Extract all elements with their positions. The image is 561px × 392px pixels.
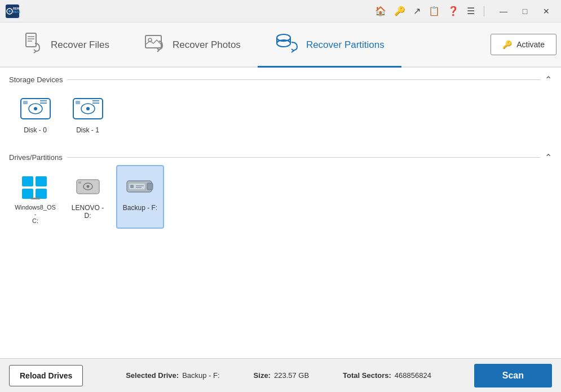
svg-rect-25 bbox=[76, 101, 80, 104]
home-icon[interactable]: 🏠 bbox=[375, 6, 386, 16]
selected-drive-field: Selected Drive: Backup - F: bbox=[126, 371, 219, 380]
activate-button[interactable]: 🔑 Activate bbox=[491, 34, 556, 55]
tab-recover-files-label: Recover Files bbox=[51, 39, 109, 51]
maximize-button[interactable]: □ bbox=[515, 3, 535, 19]
storage-devices-label: Storage Devices bbox=[9, 75, 67, 84]
share-icon[interactable]: ↗ bbox=[413, 6, 421, 16]
svg-rect-19 bbox=[23, 101, 28, 104]
svg-rect-29 bbox=[36, 176, 47, 186]
size-label: Size: bbox=[254, 371, 271, 380]
close-button[interactable]: ✕ bbox=[536, 3, 556, 19]
recover-partitions-icon bbox=[275, 31, 299, 59]
svg-point-3 bbox=[8, 10, 11, 12]
selected-drive-value: Backup - F: bbox=[182, 371, 219, 380]
svg-rect-40 bbox=[130, 185, 134, 188]
tab-recover-photos-label: Recover Photos bbox=[173, 39, 241, 51]
tab-bar: Recover Files Recover Photos bbox=[0, 23, 561, 68]
status-info: Selected Drive: Backup - F: Size: 223.57… bbox=[83, 371, 474, 380]
svg-rect-30 bbox=[22, 189, 33, 199]
scan-label: Scan bbox=[502, 371, 524, 380]
app-logo-area: REMO RECOVER bbox=[5, 3, 20, 19]
titlebar-icons: 🏠 🔑 ↗ 📋 ❓ ☰ — □ ✕ bbox=[375, 3, 556, 19]
recover-photos-icon bbox=[143, 31, 166, 59]
svg-rect-31 bbox=[36, 189, 47, 199]
svg-text:RECOVER: RECOVER bbox=[13, 10, 20, 14]
activate-label: Activate bbox=[516, 40, 545, 49]
tab-recover-partitions[interactable]: Recover Partitions bbox=[258, 24, 401, 68]
tab-recover-partitions-label: Recover Partitions bbox=[306, 39, 385, 51]
disk-0-item[interactable]: Disk - 0 bbox=[11, 87, 59, 139]
help-icon[interactable]: ❓ bbox=[448, 6, 459, 16]
disk-1-item[interactable]: Disk - 1 bbox=[64, 87, 112, 139]
drives-partitions-chevron[interactable]: ⌃ bbox=[545, 152, 552, 163]
bookmark-icon[interactable]: 📋 bbox=[429, 6, 440, 16]
app-logo: REMO RECOVER bbox=[5, 3, 20, 19]
disk-1-icon bbox=[71, 93, 105, 124]
size-value: 223.57 GB bbox=[274, 371, 309, 380]
svg-point-35 bbox=[86, 185, 89, 188]
svg-rect-41 bbox=[136, 185, 144, 186]
lenovo-drive-icon bbox=[71, 171, 105, 202]
drives-partitions-header: Drives/Partitions ⌃ bbox=[9, 152, 552, 163]
drives-partitions-row: Windows8_OS - C: LENOVO - D: bbox=[9, 163, 552, 235]
total-sectors-label: Total Sectors: bbox=[343, 371, 391, 380]
disk-1-label: Disk - 1 bbox=[76, 126, 99, 134]
lenovo-drive-item[interactable]: LENOVO - D: bbox=[64, 165, 112, 229]
svg-rect-42 bbox=[136, 187, 142, 188]
scan-button[interactable]: Scan bbox=[474, 364, 552, 387]
storage-devices-row: Disk - 0 Disk - 1 bbox=[9, 85, 552, 145]
tab-recover-files[interactable]: Recover Files bbox=[5, 24, 126, 68]
drives-partitions-label: Drives/Partitions bbox=[9, 153, 67, 162]
window-controls: — □ ✕ bbox=[493, 3, 556, 19]
reload-drives-button[interactable]: Reload Drives bbox=[9, 365, 83, 386]
backup-drive-icon bbox=[123, 171, 157, 202]
reload-drives-label: Reload Drives bbox=[20, 371, 72, 380]
selected-drive-label: Selected Drive: bbox=[126, 371, 179, 380]
drives-partitions-section: Drives/Partitions ⌃ Windows8_OS - C: bbox=[9, 152, 552, 235]
storage-devices-chevron[interactable]: ⌃ bbox=[545, 74, 552, 85]
storage-devices-section: Storage Devices ⌃ Disk - 0 bbox=[9, 74, 552, 145]
recover-files-icon bbox=[21, 31, 44, 59]
disk-0-icon bbox=[19, 93, 52, 124]
disk-0-label: Disk - 0 bbox=[24, 126, 47, 134]
windows-drive-label: Windows8_OS - C: bbox=[15, 204, 56, 224]
windows-drive-icon bbox=[19, 171, 52, 202]
activate-key-icon: 🔑 bbox=[502, 40, 512, 49]
svg-rect-6 bbox=[26, 33, 36, 47]
size-field: Size: 223.57 GB bbox=[254, 371, 310, 380]
storage-devices-header: Storage Devices ⌃ bbox=[9, 74, 552, 85]
minimize-button[interactable]: — bbox=[493, 3, 514, 19]
total-sectors-field: Total Sectors: 468856824 bbox=[343, 371, 431, 380]
backup-drive-item[interactable]: Backup - F: bbox=[116, 165, 164, 229]
tab-recover-photos[interactable]: Recover Photos bbox=[126, 24, 258, 68]
lenovo-drive-label: LENOVO - D: bbox=[68, 204, 107, 220]
svg-point-24 bbox=[86, 107, 90, 110]
svg-rect-36 bbox=[78, 181, 81, 184]
svg-rect-38 bbox=[147, 183, 153, 190]
drives-partitions-line bbox=[67, 157, 540, 158]
main-content: Storage Devices ⌃ Disk - 0 bbox=[0, 68, 561, 358]
backup-drive-label: Backup - F: bbox=[123, 204, 157, 212]
title-bar: REMO RECOVER 🏠 🔑 ↗ 📋 ❓ ☰ — □ ✕ bbox=[0, 0, 561, 23]
svg-point-18 bbox=[34, 107, 37, 110]
menu-icon[interactable]: ☰ bbox=[467, 6, 475, 16]
svg-rect-28 bbox=[22, 176, 33, 186]
status-bar: Reload Drives Selected Drive: Backup - F… bbox=[0, 358, 561, 392]
total-sectors-value: 468856824 bbox=[395, 371, 431, 380]
windows-drive-item[interactable]: Windows8_OS - C: bbox=[11, 165, 59, 229]
search-icon[interactable]: 🔑 bbox=[394, 6, 405, 16]
title-divider bbox=[484, 6, 484, 16]
svg-rect-32 bbox=[31, 198, 40, 199]
storage-devices-line bbox=[67, 79, 540, 80]
